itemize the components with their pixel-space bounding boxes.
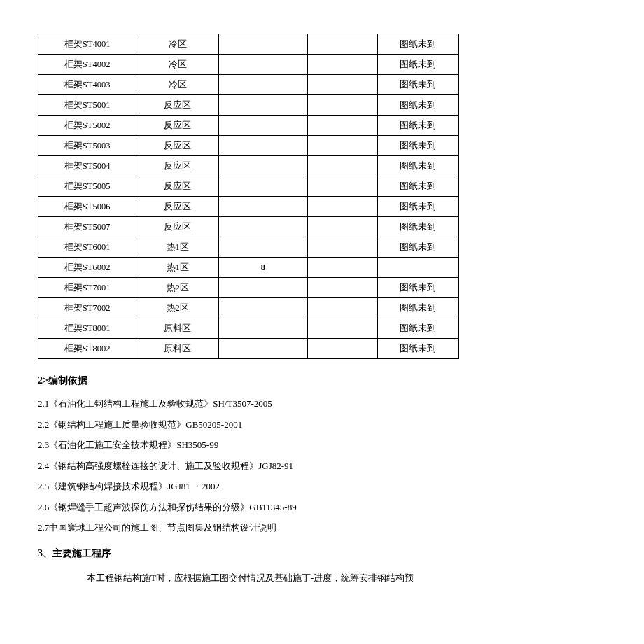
table-cell: [219, 75, 307, 95]
table-row: 框架ST6002热1区8: [38, 258, 459, 278]
section-2-item: 2.1《石油化工钢结构工程施工及验收规范》SH/T3507-2005: [38, 397, 606, 411]
table-cell: 反应区: [136, 136, 219, 156]
table-row: 框架ST8001原料区图纸未到: [38, 318, 459, 339]
table-cell: [307, 298, 377, 318]
table-cell: 图纸未到: [377, 318, 458, 339]
table-row: 框架ST5004反应区图纸未到: [38, 156, 459, 176]
table-row: 框架ST5006反应区图纸未到: [38, 197, 459, 217]
table-row: 框架ST7001热2区图纸未到: [38, 278, 459, 298]
table-cell: 反应区: [136, 176, 219, 197]
table-cell: 8: [219, 258, 307, 278]
table-cell: [307, 75, 377, 95]
table-cell: 框架ST7001: [38, 278, 136, 298]
table-cell: [307, 197, 377, 217]
table-cell: 框架ST4002: [38, 55, 136, 75]
table-row: 框架ST8002原料区图纸未到: [38, 339, 459, 359]
table-cell: [219, 278, 307, 298]
table-cell: 反应区: [136, 95, 219, 115]
table-cell: [307, 176, 377, 197]
section-3-title: 3、主要施工程序: [38, 547, 606, 560]
table-cell: [307, 115, 377, 136]
table-row: 框架ST7002热2区图纸未到: [38, 298, 459, 318]
table-cell: [307, 217, 377, 237]
table-cell: 反应区: [136, 156, 219, 176]
table-cell: [307, 156, 377, 176]
section-2-item: 2.5《建筑钢结构焊接技术规程》JGJ81 ・2002: [38, 479, 606, 493]
table-cell: [307, 95, 377, 115]
table-cell: 反应区: [136, 217, 219, 237]
table-cell: 图纸未到: [377, 278, 458, 298]
table-cell: 图纸未到: [377, 156, 458, 176]
table-cell: [219, 176, 307, 197]
table-cell: 框架ST5002: [38, 115, 136, 136]
table-cell: [307, 136, 377, 156]
table-cell: 图纸未到: [377, 75, 458, 95]
table-cell: [377, 258, 458, 278]
table-cell: 图纸未到: [377, 176, 458, 197]
table-cell: 框架ST5004: [38, 156, 136, 176]
table-cell: 热2区: [136, 298, 219, 318]
table-cell: [307, 34, 377, 55]
table-cell: [307, 237, 377, 258]
table-row: 框架ST5002反应区图纸未到: [38, 115, 459, 136]
table-row: 框架ST5003反应区图纸未到: [38, 136, 459, 156]
table-cell: 图纸未到: [377, 95, 458, 115]
table-cell: [307, 55, 377, 75]
table-row: 框架ST5005反应区图纸未到: [38, 176, 459, 197]
table-cell: 图纸未到: [377, 197, 458, 217]
table-cell: 图纸未到: [377, 339, 458, 359]
table-cell: 热1区: [136, 237, 219, 258]
table-row: 框架ST6001热1区图纸未到: [38, 237, 459, 258]
table-cell: [219, 55, 307, 75]
table-cell: 框架ST5005: [38, 176, 136, 197]
table-cell: [219, 95, 307, 115]
table-cell: 框架ST5003: [38, 136, 136, 156]
table-cell: 框架ST4003: [38, 75, 136, 95]
table-cell: 图纸未到: [377, 237, 458, 258]
section-2-item: 2.3《石油化工施工安全技术规程》SH3505-99: [38, 438, 606, 452]
table-row: 框架ST4003冷区图纸未到: [38, 75, 459, 95]
table-cell: 图纸未到: [377, 55, 458, 75]
table-cell: 原料区: [136, 318, 219, 339]
table-cell: 冷区: [136, 55, 219, 75]
table-cell: 框架ST5006: [38, 197, 136, 217]
table-cell: [219, 237, 307, 258]
section-2-item: 2.4《钢结构高强度螺栓连接的设计、施工及验收规程》JGJ82-91: [38, 459, 606, 473]
table-cell: 热1区: [136, 258, 219, 278]
table-cell: [219, 298, 307, 318]
table-row: 框架ST5007反应区图纸未到: [38, 217, 459, 237]
section-2-item: 2.2《钢结构工程施工质量验收规范》GB50205-2001: [38, 418, 606, 432]
table-cell: [219, 115, 307, 136]
table-cell: [219, 34, 307, 55]
table-cell: 热2区: [136, 278, 219, 298]
table-cell: 框架ST8002: [38, 339, 136, 359]
table-cell: 冷区: [136, 75, 219, 95]
table-cell: [219, 217, 307, 237]
table-cell: [219, 156, 307, 176]
table-cell: 冷区: [136, 34, 219, 55]
table-cell: [219, 136, 307, 156]
table-cell: [307, 278, 377, 298]
table-cell: 图纸未到: [377, 217, 458, 237]
table-cell: 框架ST4001: [38, 34, 136, 55]
table-cell: 图纸未到: [377, 136, 458, 156]
table-row: 框架ST4001冷区图纸未到: [38, 34, 459, 55]
table-cell: [307, 318, 377, 339]
table-cell: 框架ST8001: [38, 318, 136, 339]
table-cell: 原料区: [136, 339, 219, 359]
table-cell: [219, 318, 307, 339]
table-cell: [219, 197, 307, 217]
section-3-body: 本工程钢结构施T时，应根据施工图交付情况及基础施丁-进度，统筹安排钢结构预: [38, 571, 606, 585]
table-cell: [307, 339, 377, 359]
table-cell: 反应区: [136, 197, 219, 217]
section-2-item: 2.6《钢焊缝手工超声波探伤方法和探伤结果的分级》GB11345-89: [38, 500, 606, 514]
table-row: 框架ST5001反应区图纸未到: [38, 95, 459, 115]
table-cell: 框架ST5007: [38, 217, 136, 237]
table-row: 框架ST4002冷区图纸未到: [38, 55, 459, 75]
frame-table: 框架ST4001冷区图纸未到框架ST4002冷区图纸未到框架ST4003冷区图纸…: [38, 34, 459, 359]
table-cell: 框架ST6002: [38, 258, 136, 278]
table-cell: 框架ST5001: [38, 95, 136, 115]
table-cell: 图纸未到: [377, 298, 458, 318]
table-cell: 反应区: [136, 115, 219, 136]
table-cell: 图纸未到: [377, 34, 458, 55]
